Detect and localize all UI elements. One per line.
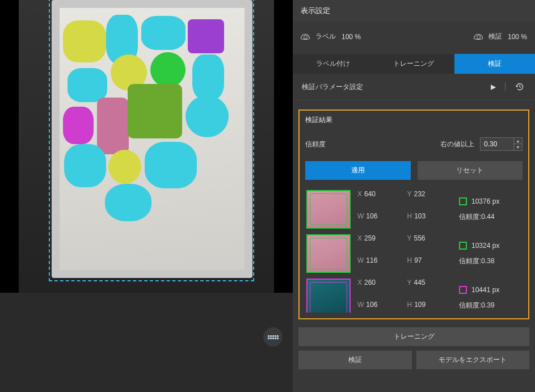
confidence-label: 信頼度: [305, 140, 326, 149]
label-percent: 100 %: [342, 33, 361, 41]
threshold-input[interactable]: [481, 138, 513, 150]
apply-button[interactable]: 適用: [305, 161, 411, 180]
image-canvas[interactable]: [0, 0, 293, 293]
color-swatch-icon: [459, 197, 467, 205]
color-swatch-icon: [459, 242, 467, 250]
history-icon[interactable]: [513, 81, 526, 93]
result-coords: X260Y445W106H109: [357, 279, 452, 313]
result-thumbnail: [306, 279, 351, 313]
export-model-button[interactable]: モデルをエクスポート: [416, 351, 530, 369]
result-coords: X259Y556W116H97: [357, 234, 452, 273]
result-coords: X640Y232W106H103: [357, 190, 452, 229]
threshold-label: 右の値以上: [440, 140, 474, 149]
result-list: X640Y232W106H10310376 px信頼度:0.44X259Y556…: [305, 188, 523, 313]
roi-rectangle[interactable]: [49, 0, 254, 281]
result-thumbnail: [306, 234, 351, 273]
scene: [19, 0, 274, 293]
settings-panel: 表示設定 ラベル 100 % 検証 100 % ラベル付け トレーニング 検証 …: [293, 0, 535, 392]
result-item[interactable]: X259Y556W116H9710324 px信頼度:0.38: [305, 232, 523, 275]
threshold-spinner: ▲ ▼: [513, 138, 522, 150]
verify-percent: 100 %: [508, 33, 527, 41]
verify-visibility[interactable]: 検証 100 %: [474, 32, 527, 41]
keyboard-button[interactable]: [263, 327, 283, 347]
area-value: 10376 px: [471, 197, 499, 205]
confidence-value: 信頼度:0.38: [459, 256, 521, 266]
confidence-value: 信頼度:0.39: [459, 301, 521, 310]
play-icon[interactable]: ▶: [487, 81, 499, 93]
label-text: ラベル: [315, 32, 336, 41]
verify-button[interactable]: 検証: [298, 351, 412, 369]
area-value: 10324 px: [471, 242, 499, 250]
divider: [505, 82, 505, 91]
visibility-row: ラベル 100 % 検証 100 %: [293, 22, 535, 54]
result-area-col: 10441 px信頼度:0.39: [459, 279, 521, 313]
reset-button[interactable]: リセット: [418, 161, 523, 180]
spin-down[interactable]: ▼: [514, 144, 522, 150]
label-visibility[interactable]: ラベル 100 %: [301, 32, 361, 41]
footer-actions: トレーニング 検証 モデルをエクスポート: [298, 327, 529, 369]
confidence-value: 信頼度:0.44: [459, 212, 521, 222]
confidence-threshold-row: 信頼度 右の値以上 ▲ ▼: [305, 137, 523, 151]
verify-results-block: 検証結果 信頼度 右の値以上 ▲ ▼ 適用 リセット X640Y232W106H…: [298, 109, 529, 319]
verify-param-title: 検証パラメータ設定: [302, 82, 363, 92]
display-settings-header: 表示設定: [293, 0, 535, 22]
verify-param-header: 検証パラメータ設定 ▶: [293, 74, 535, 100]
threshold-input-wrap: ▲ ▼: [480, 137, 523, 151]
image-viewer-panel: [0, 0, 293, 392]
mode-tabs: ラベル付け トレーニング 検証: [293, 54, 535, 74]
result-area-col: 10376 px信頼度:0.44: [459, 190, 521, 229]
verify-text: 検証: [488, 32, 502, 41]
color-swatch-icon: [459, 286, 467, 294]
eye-icon: [474, 34, 483, 40]
result-item[interactable]: X260Y445W106H10910441 px信頼度:0.39: [305, 276, 523, 313]
spin-up[interactable]: ▲: [514, 138, 522, 144]
training-button[interactable]: トレーニング: [298, 327, 529, 346]
tab-labeling[interactable]: ラベル付け: [293, 54, 373, 74]
result-thumbnail: [306, 190, 351, 229]
tab-training[interactable]: トレーニング: [373, 54, 454, 74]
results-buttons: 適用 リセット: [305, 161, 523, 180]
keyboard-icon: [268, 335, 279, 339]
tab-verify[interactable]: 検証: [454, 54, 535, 74]
result-area-col: 10324 px信頼度:0.38: [459, 234, 521, 273]
results-title: 検証結果: [305, 115, 523, 125]
area-value: 10441 px: [471, 286, 499, 294]
eye-icon: [301, 34, 310, 40]
result-item[interactable]: X640Y232W106H10310376 px信頼度:0.44: [305, 188, 523, 231]
